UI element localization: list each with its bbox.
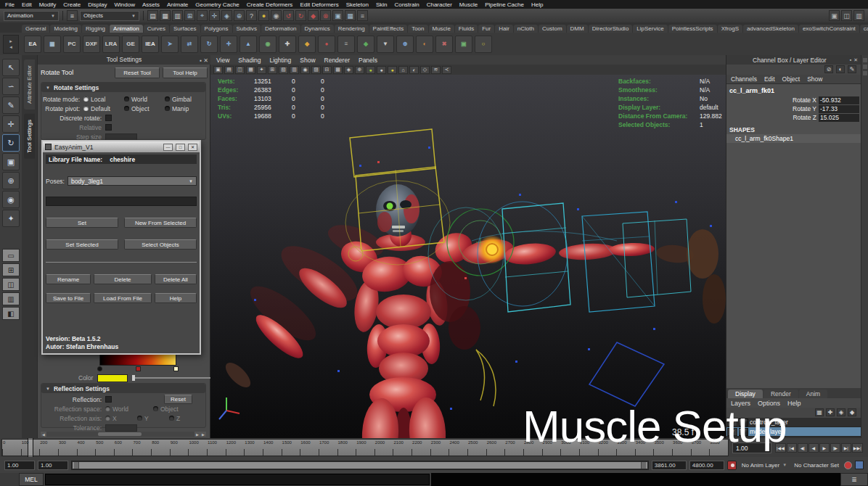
anim-end-field[interactable]: 4800.00 [689,461,724,470]
viewport-toolbar-icon[interactable]: ▥ [290,66,299,74]
channel-value-field[interactable]: 15.025 [819,114,859,122]
viewport-menu-item[interactable]: Renderer [324,57,350,64]
radio-option[interactable]: World [105,405,153,413]
layer-editor-menu-item[interactable]: Help [787,400,801,407]
status-tool-icon[interactable]: ▣ [332,10,343,21]
poses-list-box[interactable] [46,197,197,206]
viewport-toolbar-icon[interactable]: ◈ [344,66,353,74]
channel-name[interactable]: Rotate X [793,96,816,104]
status-tool-icon[interactable]: ↻ [295,10,306,21]
anim-start-field[interactable]: 1.00 [4,461,35,470]
tool-icon[interactable]: ✎ [2,96,20,114]
playback-button[interactable]: ▶| [841,443,851,453]
playback-button[interactable]: |▶ [830,443,840,453]
pin-icon[interactable]: ▪ [200,57,202,64]
auto-keyframe-icon[interactable] [727,461,737,470]
shelf-item-icon[interactable]: GE [122,36,139,53]
playback-button[interactable]: ◀| [798,443,808,453]
tool-icon[interactable]: ◉ [2,191,20,208]
mel-toggle-button[interactable]: MEL [19,473,44,486]
shelf-item-icon[interactable]: ≡ [337,36,355,53]
radio-option[interactable]: Z [169,415,201,422]
ramp-marker-black[interactable] [97,366,102,371]
minimize-icon[interactable]: — [163,144,173,151]
shelf-item-icon[interactable]: ◈ [357,36,374,53]
easyanim-title-bar[interactable]: EasyAnim_V1 — □ ✕ [43,141,200,152]
shelf-item-icon[interactable]: ◆ [298,36,316,53]
menu-item[interactable]: Help [528,1,546,8]
shelf-item-icon[interactable]: ◉ [259,36,277,53]
easyanim-button[interactable]: Set Selected [46,239,118,250]
shelf-tab[interactable]: DirectorStudio [589,25,633,33]
panel-side-tab[interactable]: Tool Settings [24,114,35,159]
shelf-tab[interactable]: Rigging [82,25,109,33]
status-tool-icon[interactable]: ⊗ [320,10,331,21]
shape-node-name[interactable]: cc_l_arm_fk0Shape1 [726,134,861,143]
channel-value-field[interactable]: -50.932 [819,96,859,104]
shelf-item-icon[interactable]: ⊕ [396,36,414,53]
radio-option[interactable]: Default [83,105,124,112]
viewport-toolbar-icon[interactable]: ▤ [224,66,234,74]
menu-item[interactable]: Create [60,1,84,8]
animation-preferences-icon[interactable] [855,461,864,469]
viewport-toolbar-icon[interactable]: ✦ [257,66,266,74]
menu-item[interactable]: Geometry Cache [192,1,242,8]
poses-dropdown[interactable]: body_3leg1 ▼ [67,176,197,186]
radio-option[interactable]: World [124,96,165,103]
menu-item[interactable]: Character [423,1,456,8]
channel-box-menu-item[interactable]: Show [807,75,822,83]
scrollbar-thumb[interactable] [98,432,142,436]
viewport-toolbar-icon[interactable]: ◐ [409,66,419,74]
shelf-tab[interactable]: Curves [144,25,169,33]
shelf-item-icon[interactable]: ↻ [200,36,218,53]
viewport-toolbar-icon[interactable]: ▦ [246,66,255,74]
shelf-item-icon[interactable]: ▣ [455,36,472,53]
range-handle-left[interactable] [74,462,79,469]
current-frame-marker[interactable] [28,438,33,457]
layout-shortcut-button[interactable]: ◫ [2,278,20,291]
range-slider-track[interactable] [71,461,649,470]
shelf-item-icon[interactable]: ✖ [435,36,453,53]
radio-option[interactable]: Object [153,405,201,413]
slider-handle[interactable] [132,375,135,381]
channel-name[interactable]: Rotate Y [793,105,816,112]
layer-editor-icon[interactable]: ◈ [837,408,846,416]
easyanim-button[interactable]: Load From File [94,293,152,303]
easyanim-button[interactable]: Rename [46,274,91,284]
menu-item[interactable]: Edit [18,1,36,8]
tool-icon[interactable]: ⊕ [2,172,20,189]
menu-item[interactable]: Edit Deformers [296,1,342,8]
layer-editor-tab[interactable]: Display [728,390,763,398]
ui-toggle-icon[interactable]: ▣ [829,10,840,21]
close-icon[interactable]: ✕ [203,57,208,64]
viewport-panel[interactable]: 38.5 f ViewShadingLightingShowRendererPa… [210,55,726,438]
playback-button[interactable]: ▶▶| [852,443,863,453]
tolerance-field[interactable] [105,424,137,432]
layer-editor-tab[interactable]: Anim [799,390,827,398]
easyanim-button[interactable]: Delete All [155,274,197,284]
radio-option[interactable]: Manip [165,105,205,112]
menu-item[interactable]: Assets [139,1,163,8]
viewport-toolbar-icon[interactable]: ≋ [431,66,441,74]
status-tool-icon[interactable]: ⊞ [184,10,195,21]
shelf-tab[interactable]: Modeling [50,25,81,33]
character-set-dropdown[interactable]: No Character Set [792,462,841,469]
range-slider-bar[interactable] [73,462,647,469]
channel-box-icon[interactable]: ⊘ [824,65,833,73]
menu-item[interactable]: Window [111,1,139,8]
menu-item[interactable]: Modify [36,1,60,8]
status-tool-icon[interactable]: ▦ [160,10,171,21]
viewport-toolbar-icon[interactable]: ⊕ [355,66,364,74]
scroll-right-icon[interactable]: ▶ [200,432,206,437]
layout-shortcut-button[interactable]: ⊞ [2,263,20,276]
status-tool-icon[interactable]: ▦ [345,10,356,21]
status-tool-icon[interactable]: ▥ [172,10,183,21]
status-tool-icon[interactable]: ● [258,10,269,21]
shelf-item-icon[interactable]: ◐ [416,36,433,53]
status-tool-icon[interactable]: ⌖ [197,10,208,21]
shelf-item-icon[interactable]: ✛ [220,36,237,53]
channel-box-menu-item[interactable]: Edit [764,75,775,83]
channel-box-icon[interactable]: ◐ [836,65,845,73]
close-icon[interactable]: ✕ [188,144,197,151]
menu-item[interactable]: Constrain [390,1,422,8]
